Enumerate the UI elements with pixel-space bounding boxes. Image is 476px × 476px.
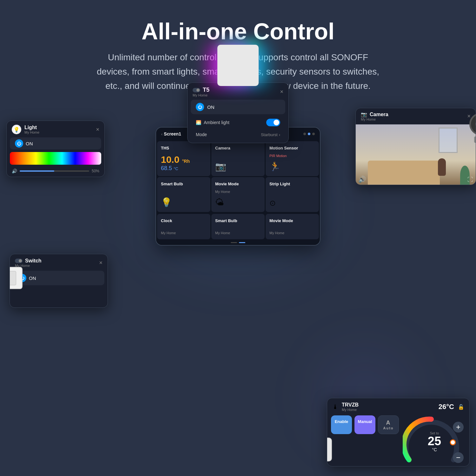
trvzb-lock-icon: 🔓 [458,404,464,410]
trvzb-info: 🌡 TRVZB My Home [332,402,359,412]
light-icon: 💡 [12,125,21,134]
t5-popup: T5 My Home × ⏻ ON 🌅 Ambient light Mode S… [187,83,289,143]
bulb-svg [6,140,10,172]
switch-device-container [10,267,23,289]
strip-light-title: Strip Light [269,182,315,186]
brightness-icon: 🔊 [12,169,17,174]
switch-device-name: Switch [25,258,42,264]
smart-bulb-1-title: Smart Bulb [161,182,207,186]
trvzb-set-display: Set to 25 °C [428,431,441,452]
movie-mode-2-title: Movie Mode [269,218,315,223]
smart-bulb-2-sub: My Home [215,231,261,235]
grid-cell-strip-light[interactable]: Strip Light ⊙ [266,177,319,212]
trvzb-current-temp: 26°C [439,403,454,411]
trvzb-auto-button[interactable]: A Auto [378,415,399,434]
trvzb-enable-button[interactable]: Enable [331,415,352,434]
light-close-button[interactable]: × [96,126,99,133]
t5-close-button[interactable]: × [280,89,283,95]
svg-point-4 [450,440,455,445]
t5-mode-value[interactable]: Starburst › [261,132,280,137]
t5-on-row: ⏻ ON [191,100,285,114]
t5-mode-row: Mode Starburst › [191,129,285,140]
tablet-dots [303,133,315,135]
clock-title: Clock [161,218,207,223]
grid-cell-camera[interactable]: Camera 📷 [211,141,265,176]
scroll-dot-1 [231,242,237,243]
set-temp-unit: °C [428,447,441,452]
trvzb-icon: 🌡 [332,403,339,411]
t5-ambient-row: 🌅 Ambient light [191,116,285,129]
grid-cell-smart-bulb-1[interactable]: Smart Bulb 💡 [157,177,210,212]
light-bulb-container [6,140,10,173]
clock-sub: My Home [161,231,207,235]
trvzb-device-container: 🌡 25 [327,438,332,461]
grid-cell-motion-sensor[interactable]: Motion Sensor PIR Motion 🏃 [266,141,319,176]
light-power-icon[interactable]: ⏻ [15,139,23,148]
movie-mode-1-sub: My Home [215,190,261,194]
motion-sensor-status: PIR Motion [269,154,315,158]
room-window [439,128,458,153]
room-person [438,158,446,176]
camera-overlay-controls: 🔊 [358,175,366,183]
tab-dot-2 [308,133,310,135]
light-on-row: ⏻ ON [10,137,101,149]
t5-ambient-toggle[interactable] [266,119,280,126]
light-brightness-row: 🔊 50% [7,167,104,177]
t5-ambient-label: 🌅 Ambient light [196,120,229,125]
camera-fullscreen-btn[interactable]: ⛶ [467,176,473,183]
set-temp-value: 25 [428,435,441,447]
camera-popup: 📷 Camera My Home × 🔊 ⛶ [355,108,476,185]
camera-device-container [469,113,476,143]
light-location: My Home [24,130,39,134]
ambient-icon: 🌅 [196,120,201,125]
switch-close-button[interactable]: × [99,260,102,266]
trvzb-plus-button[interactable]: + [453,422,464,433]
camera-speaker-icon[interactable]: 🔊 [358,175,366,183]
switch-popup: Switch My Home × ⏻ ON [10,254,108,308]
grid-cell-ths[interactable]: THS 10.0 °Rh 68.5 °C [157,141,210,176]
light-on-label: ON [26,141,33,146]
camera-location: My Home [361,117,388,121]
tab-dot-1 [303,133,306,135]
light-color-picker[interactable] [10,152,101,165]
smart-bulb-2-title: Smart Bulb [215,218,261,223]
trvzb-device-name: TRVZB [342,402,359,408]
trvzb-popup-header: 🌡 TRVZB My Home 26°C 🔓 [327,398,469,415]
camera-physical [469,113,476,135]
auto-label: Auto [381,426,396,430]
scene-container: T5 My Home × ⏻ ON 🌅 Ambient light Mode S… [0,83,476,476]
trvzb-device-visual: 🌡 25 [327,438,332,461]
t5-mode-label: Mode [196,132,207,137]
room-couch [368,161,440,185]
switch-on-label: ON [29,275,36,281]
grid-row-2: Clock My Home Smart Bulb My Home Movie M… [156,213,320,240]
grid-cell-movie-mode-2[interactable]: Movie Mode My Home [266,214,319,239]
ths-hum-value: 68.5 °C [161,165,207,172]
camera-cell-icon: 📷 [215,161,261,172]
tablet-back-icon[interactable]: ‹ [161,132,162,136]
t5-power-icon[interactable]: ⏻ [196,103,204,111]
trvzb-gauge-section: Set to 25 °C + − [403,415,466,466]
grid-cell-movie-mode-1[interactable]: Movie Mode My Home 🌤 [211,177,265,212]
grid-cell-clock[interactable]: Clock My Home [157,214,210,239]
trvzb-body: Enable Manual A Auto [327,415,469,466]
movie-mode-2-sub: My Home [269,231,315,235]
trvzb-location: My Home [342,408,359,412]
tablet-screen-title: Screen1 [164,131,181,136]
trvzb-buttons-section: Enable Manual A Auto [327,415,403,466]
auto-letter: A [381,420,396,426]
switch-device-visual [10,267,23,289]
brightness-bar[interactable] [20,170,89,172]
fullscreen-icon: ⛶ [467,176,473,183]
trvzb-manual-button[interactable]: Manual [354,415,375,434]
device-grid: THS 10.0 °Rh 68.5 °C Camera 📷 Motion Sen… [156,140,320,213]
scroll-dot-2 [239,242,245,243]
grid-cell-smart-bulb-2[interactable]: Smart Bulb My Home [211,214,265,239]
t5-on-label: ON [207,104,215,110]
movie-mode-1-icon: 🌤 [215,197,261,208]
camera-cell-title: Camera [215,146,261,150]
trvzb-minus-button[interactable]: − [453,452,464,463]
svg-point-0 [6,144,7,163]
movie-mode-1-title: Movie Mode [215,182,261,186]
light-title-row: 💡 Light My Home [12,125,39,134]
